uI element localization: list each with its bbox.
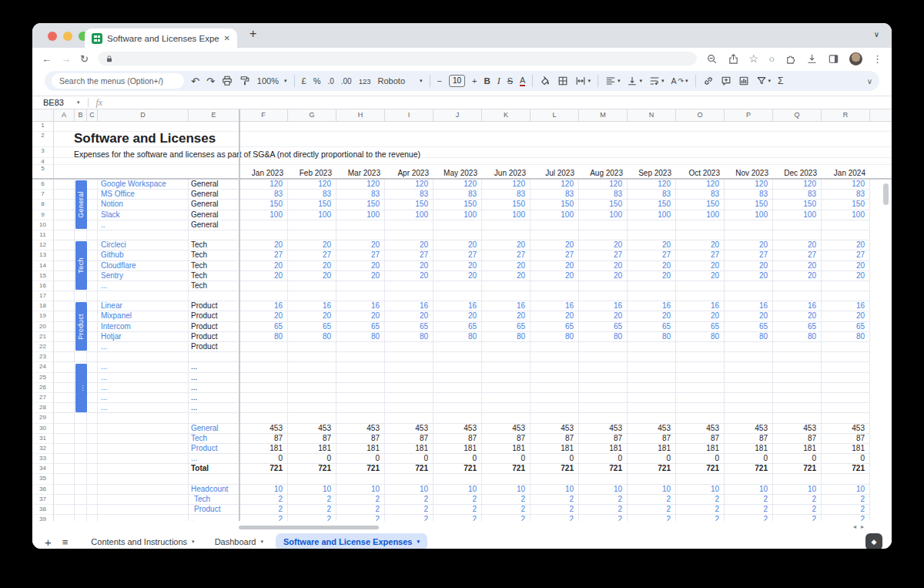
cell-H6[interactable]: 120 <box>336 180 385 190</box>
column-header-K[interactable]: K <box>482 109 531 122</box>
cell-D8[interactable]: Notion <box>98 200 189 210</box>
cell-R38[interactable]: 2 <box>822 505 870 515</box>
cell-K30[interactable]: 453 <box>482 424 531 434</box>
cell-M7[interactable]: 83 <box>579 190 628 200</box>
column-header-E[interactable]: E <box>189 109 239 122</box>
cell-P31[interactable]: 87 <box>725 434 773 444</box>
cell-B31[interactable] <box>75 434 87 444</box>
cell-K18[interactable]: 16 <box>482 301 531 311</box>
merge-cells-button[interactable]: ▾ <box>575 76 591 86</box>
column-header-A[interactable]: A <box>54 109 75 122</box>
cell-H31[interactable]: 87 <box>336 434 385 444</box>
row-header-16[interactable]: 16 <box>32 281 54 291</box>
cell-O7[interactable]: 83 <box>676 190 725 200</box>
cell-L25[interactable] <box>531 373 579 383</box>
cell-A15[interactable] <box>54 271 75 281</box>
group-bar-dotdotdot[interactable]: ... <box>75 364 87 412</box>
cell-L34[interactable]: 721 <box>531 464 579 474</box>
cell-K12[interactable]: 20 <box>482 240 531 250</box>
cell-C10[interactable] <box>87 220 98 230</box>
cell-G35[interactable] <box>288 474 336 484</box>
cell-J9[interactable]: 100 <box>434 210 482 220</box>
cell-Q39[interactable]: 2 <box>773 515 822 521</box>
cell-E38[interactable]: Product <box>189 505 239 515</box>
cell-D25[interactable]: ... <box>98 373 189 383</box>
cell-A19[interactable] <box>54 311 75 321</box>
cell-C30[interactable] <box>87 424 98 434</box>
cell-K25[interactable] <box>482 373 531 383</box>
cell-J29[interactable] <box>434 413 482 423</box>
cell-O37[interactable]: 2 <box>676 495 725 505</box>
column-header-C[interactable]: C <box>87 109 98 122</box>
column-header-H[interactable]: H <box>336 109 385 122</box>
cell-E19[interactable]: Product <box>189 311 239 321</box>
cell-N15[interactable]: 20 <box>628 271 676 281</box>
cell-K37[interactable]: 2 <box>482 495 531 505</box>
cell-H11[interactable] <box>336 230 385 240</box>
cell-A14[interactable] <box>54 261 75 271</box>
horizontal-scrollbar-thumb[interactable] <box>239 526 379 529</box>
row-header-25[interactable]: 25 <box>32 373 54 383</box>
cell-N38[interactable]: 2 <box>628 505 676 515</box>
cell-Q37[interactable]: 2 <box>773 495 822 505</box>
cell-O35[interactable] <box>676 474 725 484</box>
cell-N39[interactable]: 2 <box>628 515 676 521</box>
cell-G27[interactable] <box>288 393 336 403</box>
row-header-35[interactable]: 35 <box>32 474 54 484</box>
cell-Q21[interactable]: 80 <box>773 332 822 342</box>
cell-I16[interactable] <box>385 281 434 291</box>
cell-J17[interactable] <box>434 291 482 301</box>
cell-L15[interactable]: 20 <box>531 271 579 281</box>
cell-K27[interactable] <box>482 393 531 403</box>
cell-D29[interactable] <box>98 413 189 423</box>
cell-J28[interactable] <box>434 403 482 413</box>
cell-O15[interactable]: 20 <box>676 271 725 281</box>
cell-I37[interactable]: 2 <box>385 495 434 505</box>
cell-C22[interactable] <box>87 342 98 352</box>
row-header-30[interactable]: 30 <box>32 424 54 434</box>
cell-D22[interactable]: ... <box>98 342 189 352</box>
cell-Q33[interactable]: 0 <box>773 454 822 464</box>
cell-Q23[interactable] <box>773 352 822 362</box>
cell-C13[interactable] <box>87 250 98 260</box>
cell-I18[interactable]: 16 <box>385 301 434 311</box>
cell-A30[interactable] <box>54 424 75 434</box>
row-header-1[interactable]: 1 <box>32 122 54 132</box>
cell-J15[interactable]: 20 <box>434 271 482 281</box>
cell-E39[interactable]: .. <box>189 515 239 521</box>
row-header-3[interactable]: 3 <box>32 147 54 158</box>
cell-R7[interactable]: 83 <box>822 190 870 200</box>
cell-G11[interactable] <box>288 230 336 240</box>
cell-K14[interactable]: 20 <box>482 261 531 271</box>
cell-M39[interactable]: 2 <box>579 515 628 521</box>
row-header-12[interactable]: 12 <box>32 240 54 250</box>
cell-Q22[interactable] <box>773 342 822 352</box>
cell-F28[interactable] <box>239 403 288 413</box>
cell-A20[interactable] <box>54 322 75 332</box>
cell-E32[interactable]: Product <box>189 444 239 454</box>
cell-I39[interactable]: 2 <box>385 515 434 521</box>
cell-P23[interactable] <box>725 352 773 362</box>
cell-R8[interactable]: 150 <box>822 200 870 210</box>
cell-H21[interactable]: 80 <box>336 332 385 342</box>
cell-G30[interactable]: 453 <box>288 424 336 434</box>
cell-R24[interactable] <box>822 362 870 372</box>
cell-F7[interactable]: 83 <box>239 190 288 200</box>
cell-A16[interactable] <box>54 281 75 291</box>
cell-I24[interactable] <box>385 362 434 372</box>
row-header-9[interactable]: 9 <box>32 210 54 220</box>
cell-R21[interactable]: 80 <box>822 332 870 342</box>
cell-F11[interactable] <box>239 230 288 240</box>
cell-C34[interactable] <box>87 464 98 474</box>
cell-M29[interactable] <box>579 413 628 423</box>
cell-L38[interactable]: 2 <box>531 505 579 515</box>
cell-H19[interactable]: 20 <box>336 311 385 321</box>
cell-F23[interactable] <box>239 352 288 362</box>
cell-I13[interactable]: 27 <box>385 250 434 260</box>
sheet-tab-software-and-license-expenses[interactable]: Software and License Expenses▾ <box>276 533 427 549</box>
cell-D12[interactable]: Circleci <box>98 240 189 250</box>
cell-K36[interactable]: 10 <box>482 485 531 495</box>
cell-G7[interactable]: 83 <box>288 190 336 200</box>
cell-L31[interactable]: 87 <box>531 434 579 444</box>
cell-Q6[interactable]: 120 <box>773 180 822 190</box>
